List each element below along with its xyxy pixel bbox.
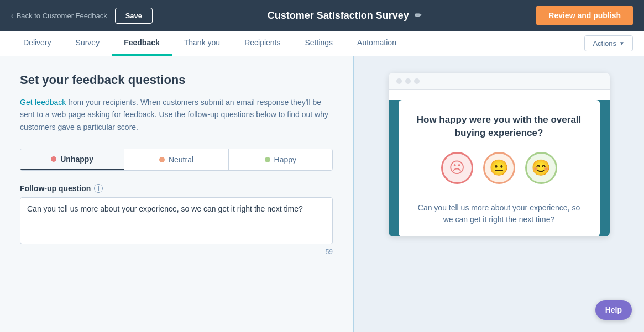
- tab-neutral[interactable]: Neutral: [124, 149, 228, 170]
- divider: [410, 193, 589, 193]
- info-icon[interactable]: i: [94, 184, 103, 193]
- followup-label: Follow-up question i: [20, 184, 333, 193]
- happy-dot: [265, 157, 270, 162]
- tab-automation[interactable]: Automation: [345, 31, 409, 56]
- back-label: Back to Customer Feedback: [17, 12, 107, 20]
- actions-button[interactable]: Actions ▼: [584, 35, 633, 51]
- neutral-dot: [159, 157, 165, 162]
- header-left: ‹ Back to Customer Feedback Save: [11, 8, 153, 24]
- review-publish-button[interactable]: Review and publish: [536, 6, 633, 25]
- main-content: Set your feedback questions Get feedback…: [0, 56, 644, 332]
- emoji-neutral[interactable]: 😐: [483, 152, 515, 184]
- browser-bar: [389, 73, 610, 90]
- tab-delivery[interactable]: Delivery: [11, 31, 64, 56]
- top-header: ‹ Back to Customer Feedback Save Custome…: [0, 0, 644, 31]
- survey-title-container: Customer Satisfaction Survey ✏: [268, 10, 422, 22]
- tab-unhappy[interactable]: Unhappy: [20, 149, 124, 170]
- char-count: 59: [20, 248, 333, 256]
- browser-dot-2: [405, 78, 411, 84]
- left-panel: Set your feedback questions Get feedback…: [0, 56, 354, 332]
- back-arrow-icon: ‹: [11, 11, 14, 20]
- sentiment-tabs: Unhappy Neutral Happy: [20, 149, 333, 171]
- followup-textarea[interactable]: Can you tell us more about your experien…: [20, 197, 333, 244]
- unhappy-symbol: ☹: [449, 159, 465, 177]
- get-feedback-link[interactable]: Get feedback: [20, 98, 66, 107]
- survey-title-text: Customer Satisfaction Survey: [268, 10, 409, 22]
- nav-tabs: Delivery Survey Feedback Thank you Recip…: [11, 31, 409, 56]
- browser-dot-3: [414, 78, 420, 84]
- emoji-happy[interactable]: 😊: [525, 152, 557, 184]
- help-button[interactable]: Help: [595, 300, 632, 320]
- preview-question: How happy were you with the overall buyi…: [410, 113, 589, 140]
- tab-settings[interactable]: Settings: [293, 31, 345, 56]
- edit-icon[interactable]: ✏: [415, 10, 422, 20]
- browser-mockup: How happy were you with the overall buyi…: [389, 73, 610, 236]
- tab-happy[interactable]: Happy: [229, 149, 332, 170]
- tab-survey[interactable]: Survey: [64, 31, 112, 56]
- tab-thank-you[interactable]: Thank you: [172, 31, 232, 56]
- back-link[interactable]: ‹ Back to Customer Feedback: [11, 11, 107, 20]
- happy-symbol: 😊: [531, 159, 551, 177]
- section-description: Get feedback from your recipients. When …: [20, 96, 333, 133]
- caret-icon: ▼: [619, 40, 625, 46]
- nav-bar: Delivery Survey Feedback Thank you Recip…: [0, 31, 644, 56]
- right-panel: How happy were you with the overall buyi…: [354, 56, 644, 332]
- section-title: Set your feedback questions: [20, 73, 333, 87]
- neutral-symbol: 😐: [489, 159, 509, 177]
- save-button[interactable]: Save: [115, 8, 153, 24]
- unhappy-dot: [51, 156, 56, 162]
- browser-content: How happy were you with the overall buyi…: [389, 100, 610, 236]
- browser-dot-1: [396, 78, 402, 84]
- preview-followup: Can you tell us more about your experien…: [410, 202, 589, 225]
- tab-feedback[interactable]: Feedback: [112, 31, 172, 56]
- tab-recipients[interactable]: Recipients: [232, 31, 292, 56]
- emoji-unhappy[interactable]: ☹: [441, 152, 473, 184]
- survey-preview-card: How happy were you with the overall buyi…: [399, 100, 600, 236]
- emoji-row: ☹ 😐 😊: [410, 152, 589, 184]
